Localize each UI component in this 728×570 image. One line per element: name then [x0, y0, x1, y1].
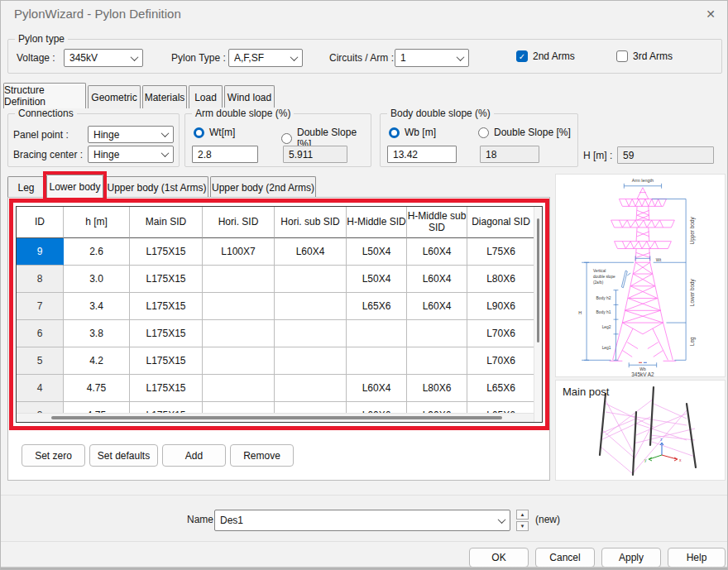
table-cell[interactable]: L175X15: [130, 266, 203, 293]
arm-double-slope-input[interactable]: 5.911: [283, 146, 347, 163]
vertical-scrollbar-thumb[interactable]: [537, 218, 539, 342]
table-cell[interactable]: [407, 320, 467, 347]
horizontal-scrollbar-thumb[interactable]: [51, 416, 502, 419]
tab-lower-body[interactable]: Lower body: [46, 175, 103, 199]
table-cell[interactable]: L175X15: [130, 293, 203, 320]
column-header[interactable]: Diagonal SID: [467, 207, 535, 238]
table-cell[interactable]: [203, 320, 275, 347]
body-double-slope-radio[interactable]: Double Slope [%]: [478, 127, 571, 138]
table-cell[interactable]: L60X4: [275, 238, 347, 266]
table-cell[interactable]: L175X15: [130, 320, 203, 347]
spinner-down-button[interactable]: ▼: [516, 521, 529, 531]
table-cell[interactable]: L60X4: [347, 375, 407, 402]
row-id-cell[interactable]: 4: [17, 375, 64, 402]
remove-button[interactable]: Remove: [230, 444, 294, 467]
table-cell[interactable]: [407, 347, 467, 375]
body-double-slope-input[interactable]: 18: [480, 146, 539, 163]
tab-leg[interactable]: Leg: [7, 176, 45, 199]
voltage-label: Voltage :: [17, 52, 55, 64]
table-cell[interactable]: [347, 347, 407, 375]
table-cell[interactable]: [275, 293, 347, 320]
table-cell[interactable]: L60X4: [407, 293, 467, 320]
row-id-cell[interactable]: 9: [17, 238, 64, 266]
close-button[interactable]: ✕: [702, 6, 719, 22]
tab-wind-load[interactable]: Wind load: [224, 85, 275, 108]
voltage-combo[interactable]: 345kV: [64, 49, 143, 67]
column-header[interactable]: h [m]: [64, 207, 130, 238]
horizontal-scrollbar[interactable]: [17, 413, 534, 422]
diagram-arm-length-label: Arm length: [632, 178, 654, 183]
table-cell[interactable]: 4.75: [64, 375, 130, 402]
table-cell[interactable]: 3.4: [64, 293, 130, 320]
table-cell[interactable]: [275, 320, 347, 347]
table-cell[interactable]: L175X15: [130, 347, 203, 375]
column-header[interactable]: Hori. sub SID: [275, 207, 347, 238]
add-button[interactable]: Add: [162, 444, 226, 467]
tab-materials[interactable]: Materials: [142, 85, 187, 108]
table-cell[interactable]: 3.8: [64, 320, 130, 347]
h-input[interactable]: 59: [617, 146, 714, 164]
column-header[interactable]: ID: [17, 207, 64, 238]
table-cell[interactable]: L65X6: [347, 293, 407, 320]
tab-load[interactable]: Load: [189, 85, 223, 108]
table-cell[interactable]: L65X6: [467, 375, 535, 402]
table-cell[interactable]: [275, 266, 347, 293]
row-id-cell[interactable]: 7: [17, 293, 64, 320]
wt-radio[interactable]: Wt[m]: [194, 127, 235, 138]
table-cell[interactable]: L80X6: [467, 266, 535, 293]
row-id-cell[interactable]: 6: [17, 320, 64, 347]
table-cell[interactable]: L100X7: [203, 238, 275, 266]
diagram-body-h1-label: Body h1: [596, 310, 611, 314]
tab-structure-definition[interactable]: Structure Definition: [3, 83, 86, 108]
apply-button[interactable]: Apply: [601, 548, 661, 568]
table-cell[interactable]: L60X4: [407, 266, 467, 293]
wb-radio[interactable]: Wb [m]: [389, 127, 436, 138]
panel-point-combo[interactable]: Hinge: [88, 126, 174, 143]
tab-geometric[interactable]: Geometric: [88, 85, 141, 108]
tab-upper-body-1st-arms[interactable]: Upper body (1st Arms): [105, 176, 208, 199]
ok-button[interactable]: OK: [469, 548, 529, 568]
table-cell[interactable]: L60X4: [407, 238, 467, 266]
table-cell[interactable]: L70X6: [467, 347, 535, 375]
table-cell[interactable]: L80X6: [407, 375, 467, 402]
pylon-type-combo[interactable]: A,F,SF: [228, 49, 303, 67]
panel-point-value: Hinge: [93, 129, 162, 141]
table-cell[interactable]: 3.0: [64, 266, 130, 293]
column-header[interactable]: H-Middle sub SID: [407, 207, 467, 238]
table-cell[interactable]: [203, 293, 275, 320]
table-cell[interactable]: [275, 375, 347, 402]
table-cell[interactable]: L75X6: [467, 238, 535, 266]
help-button[interactable]: Help: [668, 548, 726, 568]
table-cell[interactable]: [347, 320, 407, 347]
table-cell[interactable]: L50X4: [347, 266, 407, 293]
table-cell[interactable]: [275, 347, 347, 375]
table-cell[interactable]: [203, 375, 275, 402]
table-cell[interactable]: L175X15: [130, 238, 203, 266]
spinner-up-button[interactable]: ▲: [516, 510, 529, 520]
column-header[interactable]: H-Middle SID: [347, 207, 407, 238]
table-cell[interactable]: L90X6: [467, 293, 535, 320]
circuits-combo[interactable]: 1: [395, 49, 469, 67]
set-zero-button[interactable]: Set zero: [22, 444, 85, 467]
column-header[interactable]: Hori. SID: [203, 207, 275, 238]
table-cell[interactable]: 2.6: [64, 238, 130, 266]
table-cell[interactable]: 4.2: [64, 347, 130, 375]
third-arms-checkbox[interactable]: 3rd Arms: [616, 50, 673, 62]
wb-input[interactable]: 13.42: [387, 146, 457, 163]
wt-input[interactable]: 2.8: [192, 146, 258, 163]
table-cell[interactable]: L50X4: [347, 238, 407, 266]
name-combo[interactable]: Des1: [214, 510, 510, 531]
row-id-cell[interactable]: 8: [17, 266, 64, 293]
tab-upper-body-2nd-arms[interactable]: Upper body (2nd Arms): [210, 176, 316, 199]
table-cell[interactable]: L70X6: [467, 320, 535, 347]
table-cell[interactable]: L175X15: [130, 375, 203, 402]
table-cell[interactable]: [203, 347, 275, 375]
cancel-button[interactable]: Cancel: [535, 548, 595, 568]
second-arms-checkbox[interactable]: ✓ 2nd Arms: [516, 50, 575, 62]
set-defaults-button[interactable]: Set defaults: [89, 444, 158, 467]
table-cell[interactable]: [203, 266, 275, 293]
row-id-cell[interactable]: 5: [17, 347, 64, 375]
column-header[interactable]: Main SID: [130, 207, 203, 238]
bracing-center-combo[interactable]: Hinge: [88, 146, 174, 163]
vertical-scrollbar[interactable]: [534, 207, 542, 422]
